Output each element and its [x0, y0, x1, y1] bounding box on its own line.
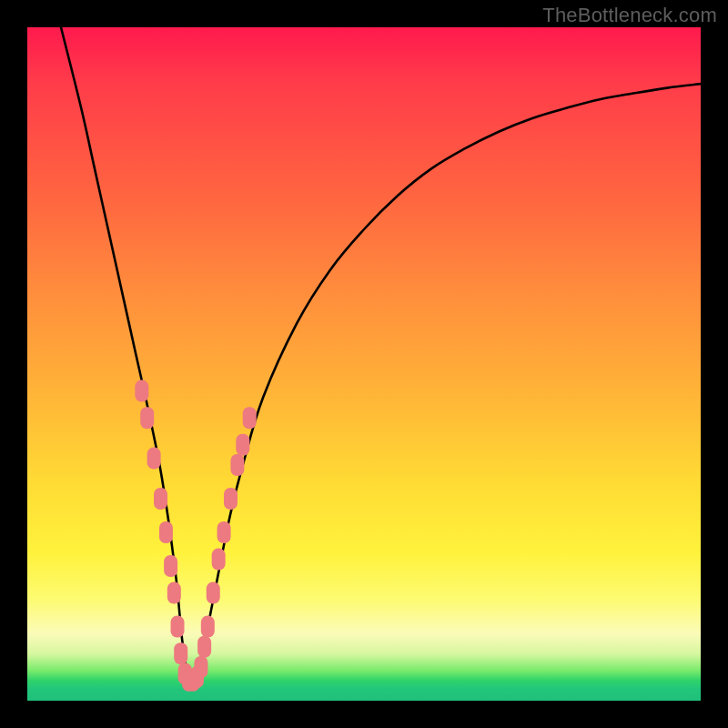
watermark-text: TheBottleneck.com	[542, 4, 717, 27]
data-marker	[135, 380, 148, 402]
data-marker	[201, 616, 215, 638]
data-marker	[194, 656, 207, 678]
data-marker	[171, 616, 185, 638]
data-marker	[197, 636, 211, 658]
data-marker	[230, 454, 244, 476]
data-marker	[174, 642, 187, 664]
data-marker	[212, 549, 226, 571]
bottleneck-curve	[61, 27, 701, 685]
data-marker	[217, 521, 231, 543]
data-marker	[159, 521, 173, 543]
outer-frame: TheBottleneck.com	[0, 0, 728, 728]
data-marker	[164, 555, 177, 577]
data-marker	[147, 448, 161, 470]
data-marker	[243, 407, 257, 429]
data-marker	[207, 582, 220, 604]
data-marker	[224, 488, 238, 510]
plot-area	[27, 27, 701, 701]
data-marker	[154, 488, 167, 510]
data-marker	[236, 434, 249, 456]
marker-layer	[135, 380, 256, 692]
data-marker	[167, 582, 181, 604]
data-marker	[140, 407, 154, 429]
chart-svg	[27, 27, 701, 701]
curve-layer	[61, 27, 701, 685]
